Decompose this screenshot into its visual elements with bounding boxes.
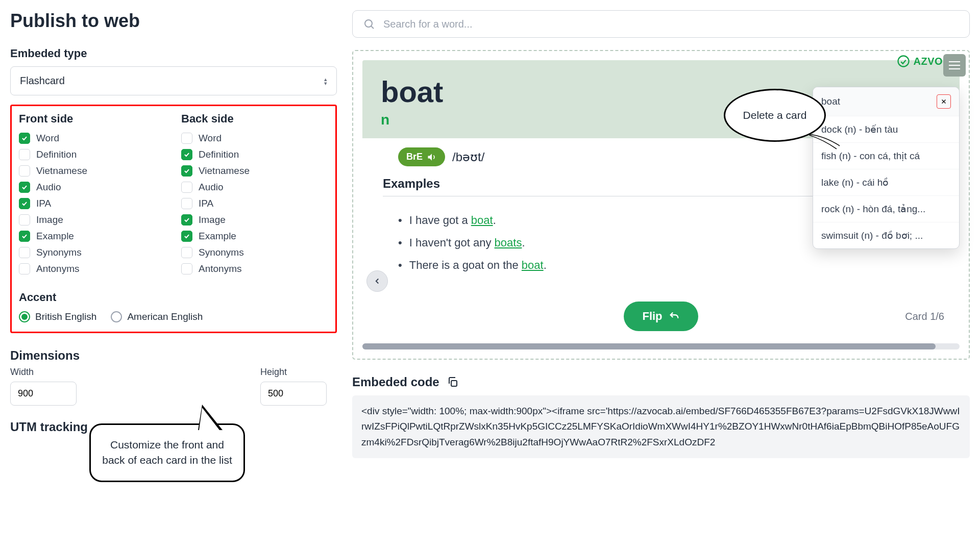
search-icon — [363, 18, 375, 30]
accent-label-bre: British English — [35, 311, 96, 322]
back-side-title: Back side — [181, 112, 328, 126]
callout-delete-text: Delete a card — [743, 109, 807, 121]
accent-radio-ame[interactable] — [111, 311, 122, 322]
back-checkbox-audio[interactable] — [181, 182, 192, 193]
front-label-audio: Audio — [36, 182, 61, 193]
search-placeholder: Search for a word... — [383, 18, 473, 30]
front-checkbox-image[interactable] — [19, 214, 30, 226]
front-label-image: Image — [36, 214, 63, 226]
page-title: Publish to web — [10, 10, 337, 32]
embed-type-label: Embeded type — [10, 47, 337, 60]
front-checkbox-audio[interactable] — [19, 182, 30, 193]
front-checkbox-vietnamese[interactable] — [19, 165, 30, 177]
search-input[interactable]: Search for a word... — [352, 10, 970, 38]
dropdown-item[interactable]: rock (n) - hòn đá, tảng... — [813, 195, 959, 222]
dropdown-item-label: lake (n) - cái hồ — [821, 177, 889, 188]
dropdown-item[interactable]: lake (n) - cái hồ — [813, 169, 959, 195]
width-label: Width — [10, 367, 77, 378]
callout-customize-text: Customize the front and back of each car… — [102, 439, 232, 466]
svg-rect-5 — [451, 381, 457, 386]
example-item: •There is a goat on the boat. — [398, 259, 924, 272]
svg-line-1 — [372, 27, 374, 29]
back-checkbox-word[interactable] — [181, 133, 192, 144]
back-checkbox-vietnamese[interactable] — [181, 165, 192, 177]
embed-type-value: Flashcard — [20, 75, 65, 87]
back-label-synonyms: Synonyms — [199, 247, 244, 258]
chevron-left-icon — [373, 277, 382, 286]
undo-icon — [669, 311, 680, 322]
front-label-definition: Definition — [36, 149, 77, 160]
back-label-definition: Definition — [199, 149, 239, 160]
back-checkbox-example[interactable] — [181, 231, 192, 242]
front-checkbox-antonyms[interactable] — [19, 263, 30, 274]
card-menu-button[interactable] — [943, 54, 966, 77]
callout-delete: Delete a card — [724, 89, 841, 150]
accent-title: Accent — [19, 291, 328, 304]
back-label-vietnamese: Vietnamese — [199, 165, 250, 177]
accent-badge-label: BrE — [406, 152, 423, 162]
back-label-image: Image — [199, 214, 226, 226]
callout-customize: Customize the front and back of each car… — [89, 423, 245, 482]
horizontal-scrollbar[interactable] — [362, 343, 960, 349]
back-label-audio: Audio — [199, 182, 224, 193]
back-checkbox-definition[interactable] — [181, 149, 192, 160]
dropdown-item[interactable]: swimsuit (n) - đồ bơi; ... — [813, 222, 959, 248]
height-input[interactable] — [260, 382, 327, 406]
front-label-example: Example — [36, 231, 74, 242]
front-checkbox-definition[interactable] — [19, 149, 30, 160]
speaker-icon — [427, 152, 437, 162]
delete-card-button[interactable] — [937, 94, 951, 109]
front-label-word: Word — [36, 133, 59, 144]
back-label-example: Example — [199, 231, 236, 242]
close-icon — [940, 98, 947, 105]
front-checkbox-ipa[interactable] — [19, 198, 30, 209]
front-checkbox-synonyms[interactable] — [19, 247, 30, 258]
front-label-vietnamese: Vietnamese — [36, 165, 87, 177]
prev-card-button[interactable] — [366, 270, 388, 292]
back-checkbox-synonyms[interactable] — [181, 247, 192, 258]
front-label-antonyms: Antonyms — [36, 263, 79, 274]
dropdown-item-label: swimsuit (n) - đồ bơi; ... — [821, 230, 923, 241]
front-label-ipa: IPA — [36, 198, 51, 209]
front-checkbox-word[interactable] — [19, 133, 30, 144]
card-ipa: /bəʊt/ — [452, 150, 484, 164]
dropdown-item-label: rock (n) - hòn đá, tảng... — [821, 203, 925, 215]
flashcard-preview: AZVOCAB boat n BrE /bəʊt/ Examples •I ha… — [352, 50, 970, 360]
pronunciation-badge[interactable]: BrE — [398, 147, 445, 166]
accent-radio-bre[interactable] — [19, 311, 30, 322]
back-checkbox-image[interactable] — [181, 214, 192, 226]
back-label-antonyms: Antonyms — [199, 263, 241, 274]
front-label-synonyms: Synonyms — [36, 247, 82, 258]
front-checkbox-example[interactable] — [19, 231, 30, 242]
embed-code-label: Embeded code — [352, 375, 439, 389]
back-checkbox-ipa[interactable] — [181, 198, 192, 209]
front-side-title: Front side — [19, 112, 166, 126]
card-counter: Card 1/6 — [905, 311, 944, 322]
back-checkbox-antonyms[interactable] — [181, 263, 192, 274]
back-label-ipa: IPA — [199, 198, 213, 209]
height-label: Height — [260, 367, 327, 378]
dimensions-title: Dimensions — [10, 348, 337, 363]
embed-code-text[interactable]: <div style="width: 100%; max-width:900px… — [352, 395, 970, 458]
accent-label-ame: American English — [127, 311, 203, 322]
svg-point-2 — [898, 56, 909, 67]
customize-options-box: Front side WordDefinitionVietnameseAudio… — [10, 105, 337, 333]
embed-type-select[interactable]: Flashcard ▴▾ — [10, 66, 337, 95]
chevron-updown-icon: ▴▾ — [324, 77, 327, 85]
flip-label: Flip — [642, 310, 662, 323]
svg-point-0 — [365, 20, 372, 27]
copy-icon[interactable] — [447, 376, 459, 388]
back-label-word: Word — [199, 133, 222, 144]
width-input[interactable] — [10, 382, 77, 406]
flip-button[interactable]: Flip — [624, 302, 698, 331]
